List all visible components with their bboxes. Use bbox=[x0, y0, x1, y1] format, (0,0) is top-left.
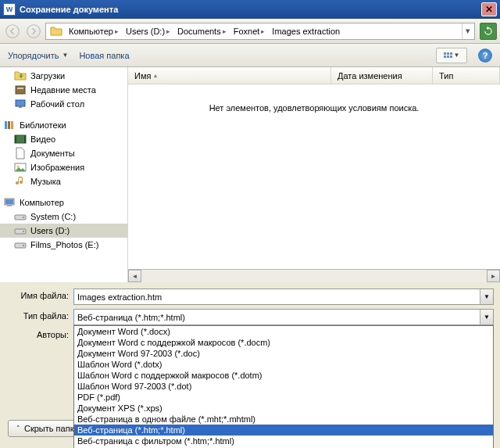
close-button[interactable]: ✕ bbox=[481, 2, 497, 16]
drive-icon bbox=[14, 210, 27, 223]
sidebar-group-computer[interactable]: Компьютер bbox=[0, 195, 127, 210]
svg-rect-8 bbox=[11, 121, 13, 129]
crumb-documents: Documents▸ bbox=[173, 23, 230, 39]
new-folder-button[interactable]: Новая папка bbox=[79, 51, 129, 60]
sidebar-group-libraries[interactable]: Библиотеки bbox=[0, 118, 127, 132]
filetype-option[interactable]: Шаблон Word с поддержкой макросов (*.dot… bbox=[74, 370, 493, 381]
window-title: Сохранение документа bbox=[20, 5, 481, 14]
filename-label: Имя файла: bbox=[6, 289, 69, 300]
svg-rect-2 bbox=[16, 86, 25, 94]
scroll-right[interactable]: ► bbox=[487, 270, 500, 282]
libraries-icon bbox=[3, 119, 16, 131]
file-area: Имя▴ Дата изменения Тип Нет элементов, у… bbox=[127, 67, 500, 282]
empty-message: Нет элементов, удовлетворяющих условиям … bbox=[128, 103, 500, 113]
svg-rect-11 bbox=[24, 135, 26, 143]
svg-rect-3 bbox=[17, 88, 23, 89]
filetype-option[interactable]: PDF (*.pdf) bbox=[74, 392, 493, 403]
svg-rect-7 bbox=[8, 121, 10, 129]
app-icon: W bbox=[3, 3, 16, 16]
filetype-option[interactable]: Документ Word с поддержкой макросов (*.d… bbox=[74, 337, 493, 348]
drive-icon bbox=[14, 224, 27, 237]
svg-rect-5 bbox=[19, 106, 22, 108]
view-options[interactable]: ▼ bbox=[436, 48, 467, 63]
filetype-option[interactable]: Шаблон Word 97-2003 (*.dot) bbox=[74, 381, 493, 392]
back-button[interactable] bbox=[3, 22, 22, 41]
col-date[interactable]: Дата изменения bbox=[331, 67, 433, 84]
sidebar: Загрузки Недавние места Рабочий стол Биб… bbox=[0, 67, 127, 282]
bottom-panel: Имя файла: Images extraction.htm ▼ Тип ф… bbox=[0, 282, 500, 339]
recent-icon bbox=[14, 84, 27, 96]
crumb-computer: Компьютер▸ bbox=[65, 23, 122, 39]
sidebar-item-documents[interactable]: Документы bbox=[0, 146, 127, 160]
svg-point-18 bbox=[23, 217, 24, 218]
column-headers: Имя▴ Дата изменения Тип bbox=[128, 67, 500, 84]
sidebar-item-images[interactable]: Изображения bbox=[0, 160, 127, 174]
sidebar-item-sysc[interactable]: System (C:) bbox=[0, 210, 127, 224]
drive-icon bbox=[14, 238, 27, 251]
h-scrollbar[interactable]: ◄ ► bbox=[128, 269, 500, 282]
filetype-option[interactable]: Документ Word (*.docx) bbox=[74, 326, 493, 337]
filetype-dropdown: Документ Word (*.docx)Документ Word с по… bbox=[73, 325, 494, 448]
sidebar-item-desktop[interactable]: Рабочий стол bbox=[0, 97, 127, 111]
sidebar-item-recent[interactable]: Недавние места bbox=[0, 83, 127, 97]
filename-input[interactable]: Images extraction.htm ▼ bbox=[73, 289, 494, 305]
scroll-left[interactable]: ◄ bbox=[128, 270, 141, 282]
music-icon bbox=[14, 175, 27, 188]
filetype-dropdown-icon[interactable]: ▼ bbox=[480, 310, 493, 324]
organize-button[interactable]: Упорядочить▼ bbox=[8, 51, 68, 60]
images-icon bbox=[14, 161, 27, 174]
file-list: Нет элементов, удовлетворяющих условиям … bbox=[128, 84, 500, 269]
svg-rect-15 bbox=[5, 199, 13, 204]
filetype-option[interactable]: Веб-страница (*.htm;*.html) bbox=[74, 425, 493, 435]
svg-point-0 bbox=[6, 24, 20, 38]
breadcrumb-bar[interactable]: Компьютер▸ Users (D:)▸ Documents▸ Foxnet… bbox=[45, 23, 475, 40]
col-name[interactable]: Имя▴ bbox=[128, 67, 331, 84]
desktop-icon bbox=[14, 98, 27, 110]
sidebar-item-video[interactable]: Видео bbox=[0, 132, 127, 146]
chevron-up-icon: ˄ bbox=[16, 425, 20, 432]
filetype-option[interactable]: Веб-страница с фильтром (*.htm;*.html) bbox=[74, 435, 493, 446]
crumb-imgext: Images extraction bbox=[268, 23, 343, 39]
filetype-label: Тип файла: bbox=[6, 309, 69, 321]
svg-rect-10 bbox=[15, 135, 16, 143]
svg-point-22 bbox=[23, 245, 24, 246]
titlebar: W Сохранение документа ✕ bbox=[0, 0, 500, 19]
sidebar-item-usersd[interactable]: Users (D:) bbox=[0, 224, 127, 238]
crumb-users: Users (D:)▸ bbox=[122, 23, 173, 39]
video-icon bbox=[14, 133, 27, 145]
sidebar-item-downloads[interactable]: Загрузки bbox=[0, 69, 127, 83]
forward-button[interactable] bbox=[24, 22, 43, 41]
downloads-icon bbox=[14, 70, 27, 82]
svg-rect-6 bbox=[5, 121, 7, 129]
svg-rect-4 bbox=[16, 100, 25, 106]
svg-point-1 bbox=[27, 24, 41, 38]
crumb-foxnet: Foxnet▸ bbox=[230, 23, 269, 39]
filetype-select[interactable]: Веб-страница (*.htm;*.html) ▼ Документ W… bbox=[73, 309, 494, 325]
toolbar: Упорядочить▼ Новая папка ▼ ? bbox=[0, 44, 500, 67]
computer-icon bbox=[3, 196, 16, 209]
col-type[interactable]: Тип bbox=[433, 67, 500, 84]
filetype-option[interactable]: Шаблон Word (*.dotx) bbox=[74, 359, 493, 370]
folder-icon bbox=[50, 25, 62, 38]
breadcrumb-dropdown[interactable]: ▾ bbox=[462, 23, 473, 39]
navbar: Компьютер▸ Users (D:)▸ Documents▸ Foxnet… bbox=[0, 19, 500, 44]
svg-rect-16 bbox=[7, 205, 12, 206]
svg-rect-9 bbox=[15, 135, 26, 143]
authors-label: Авторы: bbox=[6, 330, 69, 339]
filetype-option[interactable]: Веб-страница в одном файле (*.mht;*.mhtm… bbox=[74, 414, 493, 425]
filetype-option[interactable]: Документ XPS (*.xps) bbox=[74, 403, 493, 414]
documents-icon bbox=[14, 147, 27, 159]
svg-point-20 bbox=[23, 231, 24, 232]
sidebar-item-music[interactable]: Музыка bbox=[0, 174, 127, 188]
help-button[interactable]: ? bbox=[478, 48, 492, 63]
sidebar-item-films[interactable]: Films_Photos (E:) bbox=[0, 238, 127, 252]
filename-dropdown-icon[interactable]: ▼ bbox=[480, 289, 493, 304]
filetype-option[interactable]: Документ Word 97-2003 (*.doc) bbox=[74, 348, 493, 359]
refresh-button[interactable] bbox=[480, 23, 497, 40]
